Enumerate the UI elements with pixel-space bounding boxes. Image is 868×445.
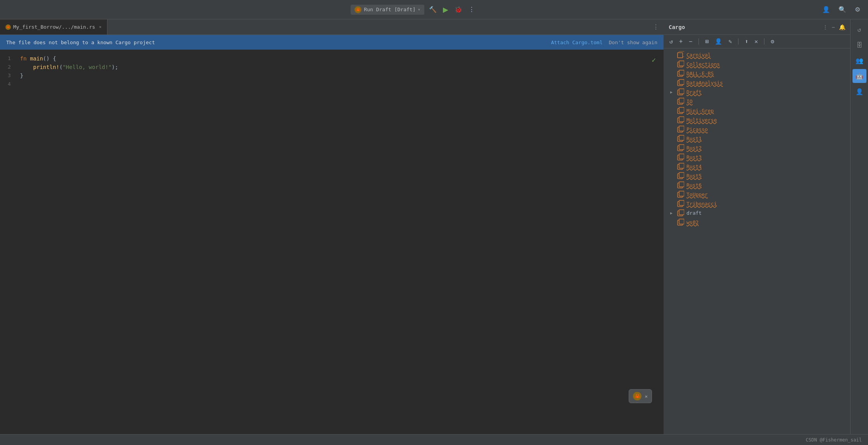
cargo-item-label: Rust2	[686, 145, 702, 151]
cargo-item-label: Mini-Grep	[686, 108, 714, 114]
code-editor[interactable]: 1 2 3 4 fn main() { println!("Hello, wor…	[0, 50, 664, 434]
settings-button[interactable]: ⚙	[853, 4, 862, 15]
editor-tab-main-rs[interactable]: 🦀 My_first_Borrow/.../main.rs ×	[0, 19, 107, 34]
cargo-user-button[interactable]: 👤	[713, 37, 724, 46]
cargo-item-rust5[interactable]: Rust5	[664, 171, 850, 180]
cargo-item-draft-lower[interactable]: ▶ draft	[664, 208, 850, 217]
search-button[interactable]: 🔍	[837, 4, 848, 15]
more-options-button[interactable]: ⋮	[467, 4, 476, 15]
tab-label: My_first_Borrow/.../main.rs	[13, 24, 95, 30]
tab-close-button[interactable]: ×	[99, 24, 102, 29]
cargo-expand-arrow[interactable]: ▶	[670, 90, 675, 94]
cargo-panel-title: Cargo	[669, 24, 820, 30]
cargo-item-collections[interactable]: Collections	[664, 59, 850, 69]
cargo-up-button[interactable]: ⬆	[743, 37, 750, 46]
cargo-item-dall-e-rs[interactable]: DALL-E-RS	[664, 69, 850, 78]
right-sidebar: ↺ 🗄 👥 🤖 👤	[850, 19, 868, 434]
cargo-item-rust3[interactable]: Rust3	[664, 152, 850, 162]
cargo-item-tribonacci[interactable]: Tribonacci	[664, 199, 850, 208]
check-icon: ✓	[652, 56, 656, 64]
cargo-item-icon	[677, 60, 684, 67]
cargo-list[interactable]: Carnival Collections DALL-E-RS	[664, 48, 850, 434]
cargo-item-rust2[interactable]: Rust2	[664, 143, 850, 152]
widget-close-button[interactable]: ×	[645, 393, 648, 399]
cargo-item-icon	[677, 88, 684, 95]
svg-rect-28	[679, 163, 684, 168]
code-line-3: }	[20, 71, 659, 80]
code-content[interactable]: fn main() { println!("Hello, world!"); }	[16, 54, 664, 429]
tab-more-button[interactable]: ⋮	[648, 23, 664, 31]
cargo-item-carnival[interactable]: Carnival	[664, 50, 850, 59]
cargo-item-rust1[interactable]: Rust1	[664, 134, 850, 143]
svg-rect-12	[679, 89, 684, 94]
build-button[interactable]: 🔨	[427, 4, 438, 15]
status-bar: CSDN @Fishermen_sail	[0, 434, 868, 445]
cargo-item-rust4[interactable]: Rust4	[664, 162, 850, 171]
cargo-more-button[interactable]: ⋮	[823, 24, 828, 30]
cargo-item-ws02[interactable]: ws02	[664, 217, 850, 227]
run-button[interactable]: ▶	[441, 4, 450, 16]
svg-rect-36	[679, 200, 684, 205]
attach-cargo-link[interactable]: Attach Cargo.toml	[551, 40, 603, 45]
cargo-item-icon	[677, 70, 684, 77]
cargo-remove-button[interactable]: −	[687, 37, 694, 46]
cargo-item-io[interactable]: IO	[664, 97, 850, 106]
cargo-toolbar-sep1	[699, 38, 699, 45]
cargo-minimize-button[interactable]: −	[832, 24, 835, 30]
cargo-item-label: Collections	[686, 61, 720, 67]
cargo-expand-arrow[interactable]: ▶	[670, 211, 675, 215]
sidebar-database-button[interactable]: 🗄	[852, 38, 866, 52]
run-config-button[interactable]: 🦀 Run Draft [Draft] ▾	[351, 5, 424, 15]
user-icon-button[interactable]: 👤	[821, 4, 832, 15]
cargo-item-icon	[677, 181, 684, 188]
cargo-item-toupper[interactable]: ToUpper	[664, 190, 850, 199]
cargo-close-button[interactable]: ✕	[753, 37, 759, 46]
svg-rect-40	[679, 219, 684, 224]
line-number: 3	[8, 71, 11, 80]
svg-rect-20	[679, 126, 684, 131]
dismiss-notification-button[interactable]: Don't show again	[609, 40, 657, 45]
svg-rect-8	[679, 70, 684, 75]
sidebar-users-button[interactable]: 👥	[852, 53, 866, 67]
sidebar-robot-button[interactable]: 🤖	[852, 69, 866, 83]
cargo-item-icon	[677, 79, 684, 86]
cargo-item-label: Multiverse	[686, 117, 717, 123]
debug-button[interactable]: 🐞	[453, 4, 464, 15]
editor-panel: 🦀 My_first_Borrow/.../main.rs × ⋮ The fi…	[0, 19, 664, 434]
cargo-item-label: draft	[686, 210, 702, 216]
sidebar-user-button[interactable]: 👤	[852, 85, 866, 98]
cargo-item-draft[interactable]: ▶ Draft	[664, 87, 850, 97]
cargo-item-icon	[677, 98, 684, 105]
svg-rect-24	[679, 145, 684, 150]
cargo-bell-button[interactable]: 🔔	[839, 24, 846, 30]
cargo-item-label: ws02	[686, 219, 699, 225]
cargo-settings-button[interactable]: ⚙	[769, 37, 776, 46]
sidebar-refresh-button[interactable]: ↺	[852, 22, 866, 36]
cargo-edit-button[interactable]: ✎	[727, 37, 733, 46]
cargo-item-icon	[677, 191, 684, 198]
cargo-grid-button[interactable]: ⊞	[704, 37, 710, 46]
cargo-item-rust6[interactable]: Rust6	[664, 180, 850, 190]
cargo-item-mini-grep[interactable]: Mini-Grep	[664, 106, 850, 115]
cargo-toolbar: ↺ + − ⊞ 👤 ✎ ⬆ ✕ ⚙	[664, 35, 850, 48]
cargo-refresh-button[interactable]: ↺	[668, 37, 674, 46]
line-numbers: 1 2 3 4	[0, 54, 16, 429]
cargo-item-icon	[677, 154, 684, 160]
cargo-item-multiverse[interactable]: Multiverse	[664, 115, 850, 124]
svg-rect-22	[679, 135, 684, 140]
cargo-header-icons: ⋮ − 🔔	[823, 24, 846, 30]
cargo-item-label: Rust5	[686, 173, 702, 179]
floating-widget: 🦀 ×	[629, 389, 652, 403]
cargo-item-icon	[677, 144, 684, 151]
line-number: 2	[8, 63, 11, 71]
cargo-item-label: Rust6	[686, 182, 702, 188]
line-number: 1	[8, 54, 11, 63]
svg-rect-32	[679, 182, 684, 187]
cargo-item-dataanalysis[interactable]: DataAnalysis	[664, 78, 850, 87]
run-config-label: Run Draft [Draft]	[364, 7, 415, 12]
cargo-item-picasso[interactable]: Picasso	[664, 124, 850, 134]
cargo-item-label: Draft	[686, 89, 702, 95]
cargo-add-button[interactable]: +	[678, 37, 684, 46]
widget-icon: 🦀	[633, 392, 641, 400]
notification-text: The file does not belong to a known Carg…	[6, 40, 545, 45]
